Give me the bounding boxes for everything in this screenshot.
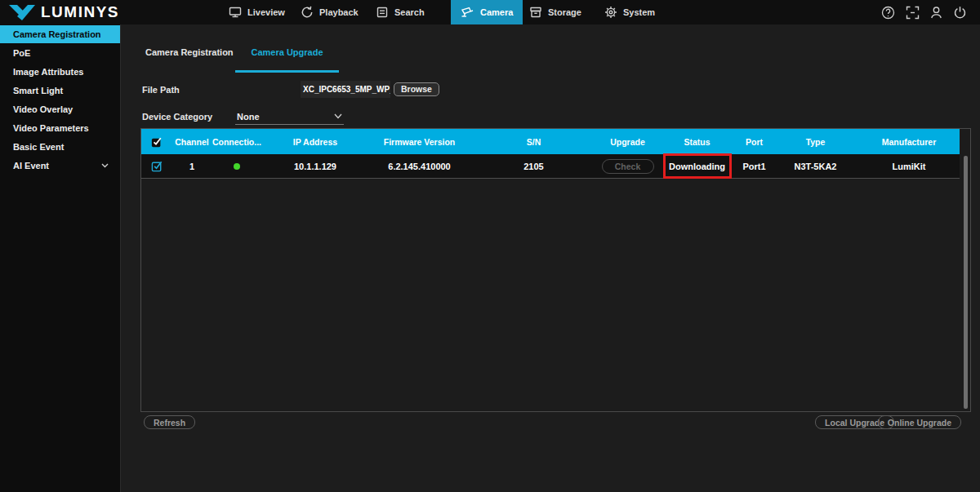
device-category-select[interactable]: None: [235, 109, 344, 125]
table-row[interactable]: 1 10.1.1.129 6.2.145.410000 2105 Check D…: [141, 154, 960, 179]
online-upgrade-button[interactable]: Online Upgrade: [878, 415, 961, 429]
cell-manufacturer: LumiKit: [858, 154, 960, 178]
sidebar-item-video-overlay[interactable]: Video Overlay: [0, 100, 120, 118]
table-header-row: Channel Connectio... IP Address Firmware…: [141, 129, 960, 154]
logo: LUMINYS: [8, 0, 119, 24]
fullscreen-icon[interactable]: [903, 4, 921, 20]
nav-item-camera[interactable]: Camera: [451, 0, 523, 24]
sidebar-item-ai-event[interactable]: AI Event: [0, 157, 120, 175]
select-all-checkbox[interactable]: [141, 129, 172, 154]
col-header-channel[interactable]: Channel: [172, 129, 212, 154]
sidebar-item-smart-light[interactable]: Smart Light: [0, 82, 120, 100]
online-status-dot: [234, 163, 240, 170]
col-header-ip-address[interactable]: IP Address: [262, 129, 368, 154]
main-content: Camera Registration Camera Upgrade File …: [121, 24, 980, 492]
monitor-icon: [229, 6, 242, 19]
nav-item-playback[interactable]: Playback: [291, 0, 368, 24]
camera-upgrade-table: Channel Connectio... IP Address Firmware…: [140, 128, 971, 412]
sidebar-item-poe[interactable]: PoE: [0, 44, 120, 62]
device-category-value: None: [237, 112, 260, 122]
cell-port: Port1: [736, 154, 773, 178]
power-icon[interactable]: [951, 4, 969, 20]
playback-icon: [301, 6, 314, 19]
sidebar-item-video-parameters[interactable]: Video Parameters: [0, 119, 120, 137]
cell-type: N3T-5KA2: [773, 154, 858, 178]
topbar: LUMINYS Liveview Playback: [0, 0, 980, 24]
cell-sn: 2105: [470, 154, 597, 178]
col-header-port[interactable]: Port: [736, 129, 773, 154]
storage-icon: [529, 6, 542, 19]
user-icon[interactable]: [927, 4, 945, 20]
cell-channel: 1: [172, 154, 212, 178]
cell-connection: [212, 154, 262, 178]
gear-icon: [604, 6, 617, 19]
check-button[interactable]: Check: [602, 159, 654, 174]
tab-camera-registration[interactable]: Camera Registration: [145, 47, 234, 57]
col-header-firmware-version[interactable]: Firmware Version: [368, 129, 470, 154]
nav-item-search[interactable]: Search: [366, 0, 434, 24]
status-text: Downloading: [669, 162, 725, 171]
cell-firmware-version: 6.2.145.410000: [368, 154, 470, 178]
file-path-input[interactable]: XC_IPC6653_5MP_WP_V6.2.177.410000.b: [301, 81, 390, 98]
file-path-label: File Path: [142, 85, 180, 95]
search-doc-icon: [376, 6, 389, 19]
cell-status: Downloading: [658, 154, 736, 178]
chevron-down-icon: [101, 163, 109, 168]
tab-camera-upgrade[interactable]: Camera Upgrade: [235, 47, 339, 57]
camera-icon: [461, 6, 474, 19]
sidebar-item-camera-registration[interactable]: Camera Registration: [0, 25, 120, 43]
refresh-button[interactable]: Refresh: [144, 415, 195, 429]
col-header-manufacturer[interactable]: Manufacturer: [858, 129, 960, 154]
col-header-upgrade[interactable]: Upgrade: [597, 129, 658, 154]
col-header-status[interactable]: Status: [658, 129, 736, 154]
device-category-label: Device Category: [142, 112, 212, 122]
active-tab-underline: [235, 70, 339, 73]
cell-ip-address: 10.1.1.129: [262, 154, 368, 178]
sidebar-item-image-attributes[interactable]: Image Attributes: [0, 63, 120, 81]
col-header-type[interactable]: Type: [773, 129, 858, 154]
vertical-scrollbar-thumb[interactable]: [964, 156, 968, 409]
logo-text: LUMINYS: [41, 3, 119, 21]
row-checkbox[interactable]: [141, 154, 172, 178]
luminys-logo-icon: [8, 3, 36, 21]
sidebar: Camera Registration PoE Image Attributes…: [0, 24, 121, 492]
sidebar-item-basic-event[interactable]: Basic Event: [0, 138, 120, 156]
app-window: LUMINYS Liveview Playback: [0, 0, 980, 492]
chevron-down-icon: [334, 113, 342, 119]
nav-item-storage[interactable]: Storage: [519, 0, 591, 24]
browse-button[interactable]: Browse: [394, 82, 439, 96]
col-header-connection[interactable]: Connectio...: [212, 129, 262, 154]
help-icon[interactable]: [879, 4, 897, 20]
nav-item-system[interactable]: System: [595, 0, 665, 24]
nav-item-liveview[interactable]: Liveview: [219, 0, 295, 24]
status-highlight-box: Downloading: [663, 153, 732, 179]
col-header-sn[interactable]: S/N: [470, 129, 597, 154]
cell-upgrade: Check: [597, 154, 658, 178]
